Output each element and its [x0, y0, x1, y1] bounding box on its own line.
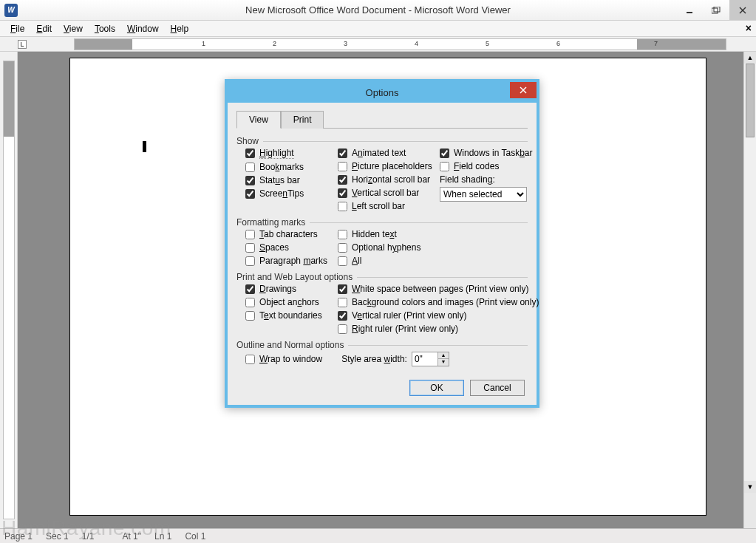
group-outline-legend: Outline and Normal options	[236, 340, 528, 352]
ruler-strip[interactable]: 1 2 3 4 5 6 7	[74, 38, 726, 50]
group-outline-normal: Outline and Normal options Wrap to windo…	[236, 340, 528, 366]
chk-optional-hyphens[interactable]: Optional hyphens	[338, 242, 528, 253]
tab-view[interactable]: View	[236, 111, 281, 129]
dialog-close-button[interactable]	[510, 82, 537, 98]
chk-spaces[interactable]: Spaces	[245, 242, 330, 253]
status-page: Page 1	[4, 531, 33, 542]
dialog-title: Options	[228, 87, 537, 98]
document-close-button[interactable]: ×	[746, 22, 752, 34]
chk-vertical-ruler[interactable]: Vertical ruler (Print view only)	[338, 310, 528, 321]
chk-tab-chars[interactable]: Tab characters	[245, 229, 330, 239]
svg-rect-1	[712, 8, 718, 13]
group-print-web-layout: Print and Web Layout options Drawings Ob…	[236, 272, 528, 334]
chk-screentips[interactable]: ScreenTips	[245, 188, 330, 199]
menu-help[interactable]: Help	[165, 22, 195, 35]
chk-statusbar[interactable]: Status bar	[245, 175, 330, 185]
browse-object-buttons[interactable]	[744, 493, 756, 528]
chk-highlight[interactable]: Highlight	[245, 148, 330, 159]
dialog-tabs: View Print	[236, 110, 528, 129]
menu-tools[interactable]: Tools	[89, 22, 121, 35]
status-bar: Page 1 Sec 1 1/1 At 1" Ln 1 Col 1	[0, 528, 756, 543]
close-icon	[520, 86, 527, 94]
status-column: Col 1	[185, 531, 205, 542]
tab-print[interactable]: Print	[281, 111, 324, 129]
svg-line-4	[740, 7, 746, 13]
minimize-button[interactable]	[676, 0, 703, 20]
chk-field-codes[interactable]: Field codes	[440, 161, 528, 171]
ok-button[interactable]: OK	[409, 380, 464, 396]
chk-paragraph-marks[interactable]: Paragraph marks	[245, 256, 330, 266]
chk-text-boundaries[interactable]: Text boundaries	[245, 310, 330, 321]
cancel-button[interactable]: Cancel	[470, 380, 525, 396]
chk-drawings[interactable]: Drawings	[245, 284, 330, 294]
close-button[interactable]	[729, 0, 756, 20]
menu-file[interactable]: File	[4, 22, 30, 35]
chk-object-anchors[interactable]: Object anchors	[245, 297, 330, 307]
group-show: Show Highlight Bookmarks Status bar Scre…	[236, 136, 528, 211]
chk-vscroll[interactable]: Vertical scroll bar	[338, 188, 432, 198]
scroll-thumb[interactable]	[746, 64, 755, 137]
chk-hscroll[interactable]: Horizontal scroll bar	[338, 174, 432, 185]
chk-hidden-text[interactable]: Hidden text	[338, 229, 528, 239]
chk-bg-colors[interactable]: Background colors and images (Print view…	[338, 297, 528, 307]
chk-whitespace-pages[interactable]: White space between pages (Print view on…	[338, 284, 528, 294]
menu-edit[interactable]: Edit	[30, 22, 58, 35]
text-cursor	[143, 141, 146, 152]
style-area-width-input[interactable]: ▲ ▼	[412, 352, 449, 366]
field-shading-select[interactable]: When selected	[440, 187, 527, 202]
window-title: New Microsoft Office Word Document - Mic…	[0, 4, 756, 16]
tab-selector[interactable]: L	[18, 40, 27, 49]
scroll-down-icon[interactable]: ▼	[744, 481, 756, 493]
menu-bar: File Edit View Tools Window Help ×	[0, 21, 756, 37]
dialog-titlebar[interactable]: Options	[228, 82, 537, 103]
status-section: Sec 1	[46, 531, 69, 542]
spin-down-icon[interactable]: ▼	[437, 359, 449, 366]
status-pagecount: 1/1	[82, 531, 95, 542]
chk-lscroll[interactable]: Left scroll bar	[338, 201, 432, 211]
status-at: At 1"	[122, 531, 141, 542]
horizontal-ruler[interactable]: L 1 2 3 4 5 6 7	[0, 37, 756, 52]
chk-wrap-window[interactable]: Wrap to window	[245, 354, 322, 364]
chk-bookmarks[interactable]: Bookmarks	[245, 162, 330, 172]
group-formatting-marks: Formatting marks Tab characters Spaces P…	[236, 217, 528, 266]
svg-line-3	[740, 7, 746, 13]
restore-button[interactable]	[703, 0, 729, 20]
style-area-width-label: Style area width:	[341, 354, 407, 364]
vertical-scrollbar[interactable]: ▲ ▼	[743, 52, 756, 528]
options-dialog: Options View Print Show Highlight Bookma…	[225, 79, 539, 408]
menu-window[interactable]: Window	[121, 22, 165, 35]
chk-windows-taskbar[interactable]: Windows in Taskbar	[440, 148, 528, 158]
spin-up-icon[interactable]: ▲	[437, 352, 449, 359]
scroll-up-icon[interactable]: ▲	[744, 52, 756, 64]
group-pweb-legend: Print and Web Layout options	[236, 272, 528, 284]
svg-rect-2	[714, 7, 720, 12]
vertical-ruler[interactable]	[0, 52, 18, 528]
app-titlebar: W New Microsoft Office Word Document - M…	[0, 0, 756, 21]
chk-all[interactable]: All	[338, 256, 528, 266]
chk-animated-text[interactable]: Animated text	[338, 148, 432, 158]
status-line: Ln 1	[154, 531, 171, 542]
chk-right-ruler[interactable]: Right ruler (Print view only)	[338, 324, 528, 334]
group-show-legend: Show	[236, 136, 528, 148]
chk-picture-placeholders[interactable]: Picture placeholders	[338, 161, 432, 171]
word-icon: W	[4, 4, 18, 17]
field-shading-label: Field shading:	[440, 174, 528, 185]
menu-view[interactable]: View	[58, 22, 89, 35]
group-fmt-legend: Formatting marks	[236, 217, 528, 229]
